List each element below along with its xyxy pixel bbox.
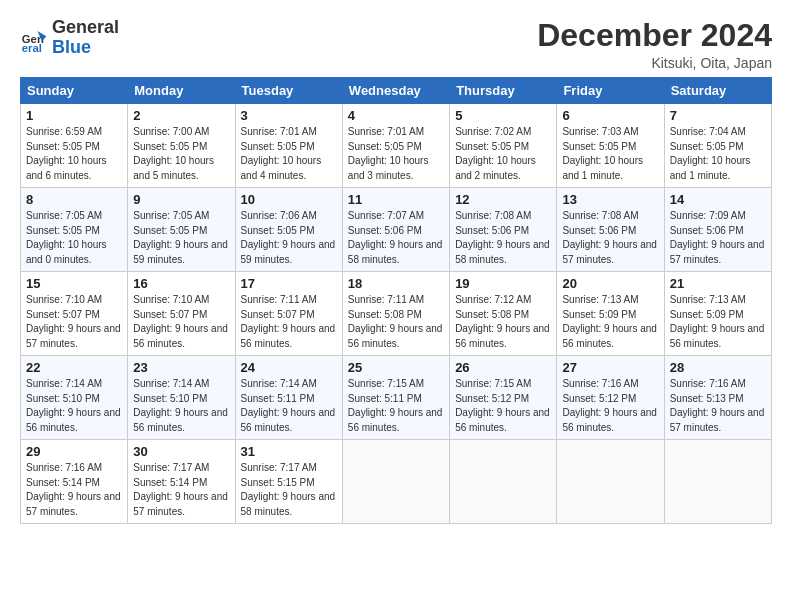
day-info: Sunrise: 7:16 AMSunset: 5:12 PMDaylight:…	[562, 377, 658, 435]
table-row: 31Sunrise: 7:17 AMSunset: 5:15 PMDayligh…	[235, 440, 342, 524]
day-info: Sunrise: 7:09 AMSunset: 5:06 PMDaylight:…	[670, 209, 766, 267]
col-sunday: Sunday	[21, 78, 128, 104]
day-info: Sunrise: 7:05 AMSunset: 5:05 PMDaylight:…	[26, 209, 122, 267]
day-info: Sunrise: 7:17 AMSunset: 5:15 PMDaylight:…	[241, 461, 337, 519]
day-info: Sunrise: 7:12 AMSunset: 5:08 PMDaylight:…	[455, 293, 551, 351]
table-row: 13Sunrise: 7:08 AMSunset: 5:06 PMDayligh…	[557, 188, 664, 272]
day-info: Sunrise: 7:11 AMSunset: 5:07 PMDaylight:…	[241, 293, 337, 351]
day-number: 28	[670, 360, 766, 375]
table-row: 20Sunrise: 7:13 AMSunset: 5:09 PMDayligh…	[557, 272, 664, 356]
day-number: 14	[670, 192, 766, 207]
day-number: 11	[348, 192, 444, 207]
table-row: 25Sunrise: 7:15 AMSunset: 5:11 PMDayligh…	[342, 356, 449, 440]
day-info: Sunrise: 7:16 AMSunset: 5:13 PMDaylight:…	[670, 377, 766, 435]
day-number: 24	[241, 360, 337, 375]
table-row: 19Sunrise: 7:12 AMSunset: 5:08 PMDayligh…	[450, 272, 557, 356]
table-row: 28Sunrise: 7:16 AMSunset: 5:13 PMDayligh…	[664, 356, 771, 440]
day-number: 30	[133, 444, 229, 459]
table-row: 17Sunrise: 7:11 AMSunset: 5:07 PMDayligh…	[235, 272, 342, 356]
day-number: 3	[241, 108, 337, 123]
day-number: 29	[26, 444, 122, 459]
table-row: 26Sunrise: 7:15 AMSunset: 5:12 PMDayligh…	[450, 356, 557, 440]
header: Gen eral General Blue December 2024 Kits…	[20, 18, 772, 71]
day-number: 6	[562, 108, 658, 123]
table-row: 12Sunrise: 7:08 AMSunset: 5:06 PMDayligh…	[450, 188, 557, 272]
table-row: 23Sunrise: 7:14 AMSunset: 5:10 PMDayligh…	[128, 356, 235, 440]
table-row: 6Sunrise: 7:03 AMSunset: 5:05 PMDaylight…	[557, 104, 664, 188]
table-row	[342, 440, 449, 524]
col-saturday: Saturday	[664, 78, 771, 104]
table-row: 14Sunrise: 7:09 AMSunset: 5:06 PMDayligh…	[664, 188, 771, 272]
col-tuesday: Tuesday	[235, 78, 342, 104]
day-info: Sunrise: 7:00 AMSunset: 5:05 PMDaylight:…	[133, 125, 229, 183]
logo-icon: Gen eral	[20, 24, 48, 52]
table-row	[557, 440, 664, 524]
day-number: 12	[455, 192, 551, 207]
table-row: 1Sunrise: 6:59 AMSunset: 5:05 PMDaylight…	[21, 104, 128, 188]
col-wednesday: Wednesday	[342, 78, 449, 104]
day-number: 1	[26, 108, 122, 123]
day-number: 21	[670, 276, 766, 291]
day-info: Sunrise: 7:13 AMSunset: 5:09 PMDaylight:…	[670, 293, 766, 351]
table-row: 30Sunrise: 7:17 AMSunset: 5:14 PMDayligh…	[128, 440, 235, 524]
table-row: 21Sunrise: 7:13 AMSunset: 5:09 PMDayligh…	[664, 272, 771, 356]
table-row: 7Sunrise: 7:04 AMSunset: 5:05 PMDaylight…	[664, 104, 771, 188]
day-number: 2	[133, 108, 229, 123]
table-row: 15Sunrise: 7:10 AMSunset: 5:07 PMDayligh…	[21, 272, 128, 356]
day-info: Sunrise: 7:01 AMSunset: 5:05 PMDaylight:…	[348, 125, 444, 183]
day-info: Sunrise: 7:05 AMSunset: 5:05 PMDaylight:…	[133, 209, 229, 267]
table-row: 9Sunrise: 7:05 AMSunset: 5:05 PMDaylight…	[128, 188, 235, 272]
table-row: 5Sunrise: 7:02 AMSunset: 5:05 PMDaylight…	[450, 104, 557, 188]
svg-text:eral: eral	[22, 42, 42, 52]
day-number: 15	[26, 276, 122, 291]
col-friday: Friday	[557, 78, 664, 104]
day-info: Sunrise: 7:03 AMSunset: 5:05 PMDaylight:…	[562, 125, 658, 183]
day-info: Sunrise: 7:04 AMSunset: 5:05 PMDaylight:…	[670, 125, 766, 183]
day-info: Sunrise: 7:08 AMSunset: 5:06 PMDaylight:…	[562, 209, 658, 267]
title-block: December 2024 Kitsuki, Oita, Japan	[537, 18, 772, 71]
day-info: Sunrise: 7:02 AMSunset: 5:05 PMDaylight:…	[455, 125, 551, 183]
day-info: Sunrise: 7:14 AMSunset: 5:11 PMDaylight:…	[241, 377, 337, 435]
table-row: 4Sunrise: 7:01 AMSunset: 5:05 PMDaylight…	[342, 104, 449, 188]
day-info: Sunrise: 7:11 AMSunset: 5:08 PMDaylight:…	[348, 293, 444, 351]
logo: Gen eral General Blue	[20, 18, 119, 58]
table-row: 2Sunrise: 7:00 AMSunset: 5:05 PMDaylight…	[128, 104, 235, 188]
day-number: 20	[562, 276, 658, 291]
day-number: 16	[133, 276, 229, 291]
day-number: 22	[26, 360, 122, 375]
col-thursday: Thursday	[450, 78, 557, 104]
day-number: 25	[348, 360, 444, 375]
table-row: 27Sunrise: 7:16 AMSunset: 5:12 PMDayligh…	[557, 356, 664, 440]
day-number: 13	[562, 192, 658, 207]
table-row	[450, 440, 557, 524]
day-number: 17	[241, 276, 337, 291]
day-info: Sunrise: 7:10 AMSunset: 5:07 PMDaylight:…	[26, 293, 122, 351]
month-title: December 2024	[537, 18, 772, 53]
table-row: 29Sunrise: 7:16 AMSunset: 5:14 PMDayligh…	[21, 440, 128, 524]
col-monday: Monday	[128, 78, 235, 104]
day-info: Sunrise: 7:10 AMSunset: 5:07 PMDaylight:…	[133, 293, 229, 351]
table-row	[664, 440, 771, 524]
table-row: 24Sunrise: 7:14 AMSunset: 5:11 PMDayligh…	[235, 356, 342, 440]
table-row: 8Sunrise: 7:05 AMSunset: 5:05 PMDaylight…	[21, 188, 128, 272]
day-number: 10	[241, 192, 337, 207]
day-info: Sunrise: 7:17 AMSunset: 5:14 PMDaylight:…	[133, 461, 229, 519]
day-number: 27	[562, 360, 658, 375]
day-number: 23	[133, 360, 229, 375]
logo-blue-text: Blue	[52, 37, 91, 57]
day-info: Sunrise: 7:08 AMSunset: 5:06 PMDaylight:…	[455, 209, 551, 267]
table-row: 18Sunrise: 7:11 AMSunset: 5:08 PMDayligh…	[342, 272, 449, 356]
day-number: 26	[455, 360, 551, 375]
day-number: 31	[241, 444, 337, 459]
table-row: 3Sunrise: 7:01 AMSunset: 5:05 PMDaylight…	[235, 104, 342, 188]
day-info: Sunrise: 7:07 AMSunset: 5:06 PMDaylight:…	[348, 209, 444, 267]
calendar-table: Sunday Monday Tuesday Wednesday Thursday…	[20, 77, 772, 524]
day-number: 19	[455, 276, 551, 291]
location: Kitsuki, Oita, Japan	[537, 55, 772, 71]
page-container: Gen eral General Blue December 2024 Kits…	[0, 0, 792, 534]
logo-general-text: General	[52, 17, 119, 37]
day-info: Sunrise: 7:14 AMSunset: 5:10 PMDaylight:…	[26, 377, 122, 435]
table-row: 11Sunrise: 7:07 AMSunset: 5:06 PMDayligh…	[342, 188, 449, 272]
day-number: 4	[348, 108, 444, 123]
day-number: 18	[348, 276, 444, 291]
